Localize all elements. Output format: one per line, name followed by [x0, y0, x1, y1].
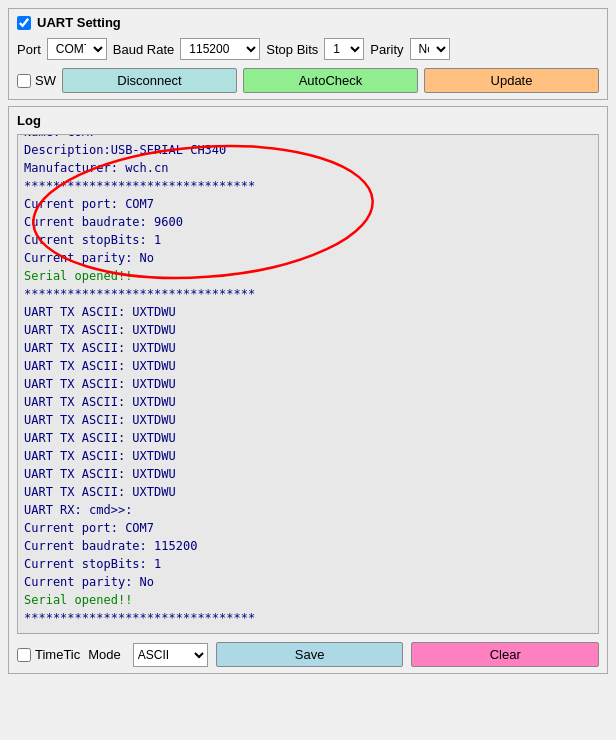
parity-label: Parity	[370, 42, 403, 57]
log-line: Description:USB-SERIAL CH340	[24, 141, 592, 159]
timeticlabel: TimeTic	[35, 647, 80, 662]
timeticchecbox[interactable]	[17, 648, 31, 662]
sw-label: SW	[35, 73, 56, 88]
log-line: UART RX: cmd>>:	[24, 501, 592, 519]
buttons-row: SW Disconnect AutoCheck Update	[17, 68, 599, 93]
sw-checkbox[interactable]	[17, 74, 31, 88]
log-line: Current baudrate: 9600	[24, 213, 592, 231]
log-line: UART TX ASCII: UXTDWU	[24, 447, 592, 465]
timecheck-row: TimeTic	[17, 647, 80, 662]
uart-title: UART Setting	[37, 15, 121, 30]
log-line: Manufacturer: wch.cn	[24, 159, 592, 177]
log-line: Current port: COM7	[24, 519, 592, 537]
log-line: ********************************	[24, 177, 592, 195]
mode-label: Mode	[88, 647, 121, 662]
clear-button[interactable]: Clear	[411, 642, 599, 667]
save-button[interactable]: Save	[216, 642, 404, 667]
log-line: UART TX ASCII: UXTDWU	[24, 483, 592, 501]
log-line: Serial opened!!	[24, 267, 592, 285]
mode-dropdown[interactable]: ASCII HEX	[133, 643, 208, 667]
stopbits-label: Stop Bits	[266, 42, 318, 57]
log-line: Current stopBits: 1	[24, 231, 592, 249]
baud-label: Baud Rate	[113, 42, 174, 57]
port-dropdown[interactable]: COM7	[47, 38, 107, 60]
log-box[interactable]: Name: COM7Description:USB-SERIAL CH340Ma…	[17, 134, 599, 634]
log-line: UART TX ASCII: UXTDWU	[24, 303, 592, 321]
log-line: UART TX ASCII: UXTDWU	[24, 411, 592, 429]
autocheck-button[interactable]: AutoCheck	[243, 68, 418, 93]
log-line: UART TX ASCII: UXTDWU	[24, 465, 592, 483]
log-section: Log Name: COM7Description:USB-SERIAL CH3…	[8, 106, 608, 674]
update-button[interactable]: Update	[424, 68, 599, 93]
log-line: Name: COM7	[24, 134, 592, 141]
main-container: UART Setting Port COM7 Baud Rate 115200 …	[0, 0, 616, 740]
uart-section: UART Setting Port COM7 Baud Rate 115200 …	[8, 8, 608, 100]
sw-checkbox-row: SW	[17, 73, 56, 88]
uart-controls-row: Port COM7 Baud Rate 115200 9600 19200 38…	[17, 38, 599, 60]
bottom-bar: TimeTic Mode ASCII HEX Save Clear	[17, 642, 599, 667]
log-line: ********************************	[24, 609, 592, 627]
log-title: Log	[17, 113, 599, 128]
log-line: Serial opened!!	[24, 591, 592, 609]
log-line: UART TX ASCII: UXTDWU	[24, 429, 592, 447]
log-line: ********************************	[24, 285, 592, 303]
disconnect-button[interactable]: Disconnect	[62, 68, 237, 93]
log-line: UART TX ASCII: UXTDWU	[24, 393, 592, 411]
uart-enable-checkbox[interactable]	[17, 16, 31, 30]
uart-title-row: UART Setting	[17, 15, 599, 30]
log-line: UART TX ASCII: UXTDWU	[24, 357, 592, 375]
log-line: UART TX ASCII: UXTDWU	[24, 375, 592, 393]
baud-dropdown[interactable]: 115200 9600 19200 38400 57600	[180, 38, 260, 60]
port-label: Port	[17, 42, 41, 57]
log-line: Current port: COM7	[24, 195, 592, 213]
log-line: Current parity: No	[24, 573, 592, 591]
log-line: Current parity: No	[24, 249, 592, 267]
log-line: Current baudrate: 115200	[24, 537, 592, 555]
log-line: UART TX ASCII: UXTDWU	[24, 321, 592, 339]
log-line: Current stopBits: 1	[24, 555, 592, 573]
parity-dropdown[interactable]: No Even Odd	[410, 38, 450, 60]
log-line: UART TX ASCII: UXTDWU	[24, 339, 592, 357]
stopbits-dropdown[interactable]: 1 2	[324, 38, 364, 60]
